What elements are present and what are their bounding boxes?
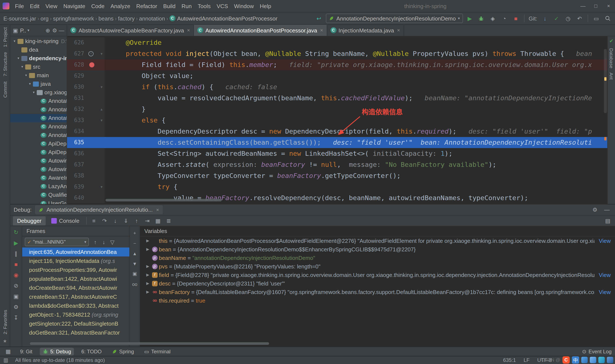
run-to-cursor-icon[interactable]: ⇥ (143, 216, 152, 225)
frame-item[interactable]: inject:116, InjectionMetadata (org.s (22, 257, 129, 265)
code-line[interactable]: 638 TypeConverter typeConverter = beanFa… (67, 170, 607, 181)
gutter[interactable] (88, 70, 105, 81)
layout-settings-icon[interactable]: ▤ (603, 216, 613, 225)
remove-watch-icon[interactable]: − (131, 240, 139, 246)
close-icon[interactable]: × (156, 207, 159, 213)
toolwindow-button-terminal[interactable]: ▭Terminal (141, 348, 174, 355)
rerun-icon[interactable]: ↻ (11, 229, 21, 236)
move-watch-up-icon[interactable]: ▲ (131, 250, 139, 257)
event-log-button[interactable]: ⊙ Event Log (582, 348, 612, 354)
debug-session-tab[interactable]: AnnotationDependencyInjectionResolutio..… (35, 205, 162, 214)
breadcrumb-class[interactable]: CAutowiredAnnotationBeanPostProcessor (169, 15, 278, 22)
menu-file[interactable]: File (12, 0, 27, 12)
menu-tools[interactable]: Tools (195, 0, 214, 12)
variable-row[interactable]: ▶pbean = {AnnotationDependencyInjectionR… (140, 245, 615, 253)
menu-navigate[interactable]: Navigate (60, 0, 88, 12)
line-number[interactable]: 640 (67, 193, 88, 204)
close-tab-icon[interactable]: × (320, 27, 323, 33)
tree-item[interactable]: dea (10, 46, 67, 54)
search-everywhere-button[interactable] (603, 14, 613, 23)
gutter[interactable] (88, 137, 105, 148)
stop-button[interactable]: ■ (511, 14, 521, 23)
caret-position[interactable]: 635:1 (503, 357, 516, 363)
gutter[interactable]: ▾ (88, 181, 105, 193)
commit-button[interactable]: ✓ (552, 14, 561, 23)
frame-item[interactable]: postProcessProperties:399, Autowir (22, 265, 129, 274)
expand-arrow-icon[interactable]: ▶ (144, 273, 151, 277)
menu-analyze[interactable]: Analyze (107, 0, 133, 12)
frame-item[interactable]: doGetBean:321, AbstractBeanFactor (22, 328, 129, 337)
line-number[interactable]: 635 (67, 137, 88, 148)
expand-arrow-icon[interactable]: ▶ (144, 290, 151, 294)
code-line[interactable]: 639▾ try { (67, 181, 607, 193)
view-link[interactable]: View (599, 289, 613, 295)
thread-dump-icon[interactable]: ▣ (11, 293, 21, 300)
line-number[interactable]: 630 (67, 81, 88, 93)
view-link[interactable]: View (599, 237, 613, 244)
show-watches-icon[interactable]: oo (131, 281, 139, 287)
line-number[interactable]: 631 (67, 93, 88, 104)
toolwindow-stripe-ant[interactable]: Ant (609, 73, 614, 79)
gutter[interactable]: ↑▾ (88, 48, 105, 59)
favorites-star-icon[interactable]: ★ (3, 338, 7, 344)
profiler-button[interactable]: ◔ (500, 14, 509, 23)
maximize-button[interactable]: □ (589, 3, 602, 9)
frame-item[interactable]: getObject:-1, 758348212 (org.spring (22, 310, 129, 319)
code-line[interactable]: 637 Assert.state( expression: beanFactor… (67, 159, 607, 170)
code-line[interactable]: 630▾ if (this.cached) { cached: false (67, 81, 607, 93)
breadcrumb-item[interactable]: beans (98, 15, 114, 22)
view-breakpoints-icon[interactable]: ◉ (11, 271, 21, 279)
breakpoint-icon[interactable] (89, 62, 94, 67)
variable-row[interactable]: pbeanName = "annotationDependencyInjecti… (140, 253, 615, 262)
coverage-button[interactable]: ◈ (488, 14, 497, 23)
tree-item[interactable]: CAnnotati... (10, 131, 67, 140)
view-breakpoints-grid-icon[interactable]: ▦ (153, 216, 163, 225)
fold-icon[interactable]: ▾ (101, 181, 103, 193)
gutter[interactable] (88, 159, 105, 170)
variable-row[interactable]: ▶oobeanFactory = {DefaultListableBeanFac… (140, 288, 615, 296)
toolwindow-button-5-debug[interactable]: 5: Debug (40, 348, 74, 355)
menu-view[interactable]: View (42, 0, 60, 12)
tree-item[interactable]: CApiDepe... (10, 148, 67, 156)
expand-arrow-icon[interactable]: ▶ (144, 239, 151, 243)
hide-panel-icon[interactable]: ― (58, 26, 65, 35)
gutter[interactable] (88, 170, 105, 181)
rollback-button[interactable]: ↶ (575, 14, 584, 23)
gutter[interactable]: ▾ (88, 115, 105, 126)
gutter[interactable] (88, 193, 105, 204)
tree-item[interactable]: CAutowiri... (10, 165, 67, 174)
tree-item[interactable]: CAnnotati... (10, 105, 67, 114)
code-line[interactable]: 626 @Override (67, 37, 607, 48)
duplicate-watch-icon[interactable]: ▣ (131, 271, 139, 277)
thread-selector[interactable]: ✓ "mai...NNING" ▾ (25, 238, 89, 246)
tree-item[interactable]: ▾king-in-springD:\wor (10, 37, 67, 46)
breadcrumb-item[interactable]: springframework (52, 15, 95, 22)
line-number[interactable]: 629 (67, 70, 88, 81)
editor-tab[interactable]: CAutowiredAnnotationBeanPostProcessor.ja… (194, 25, 327, 36)
menu-code[interactable]: Code (88, 0, 107, 12)
menu-build[interactable]: Build (160, 0, 178, 12)
debug-settings-icon[interactable]: ⚙ (11, 303, 21, 311)
update-project-button[interactable]: ↓ (540, 14, 550, 23)
toolwindow-button-6-todo[interactable]: 6: TODO (78, 348, 105, 355)
gutter[interactable] (88, 126, 105, 137)
breadcrumb-item[interactable]: annotation (138, 15, 166, 22)
minimize-button[interactable]: — (576, 3, 589, 9)
expand-arrow-icon[interactable]: ▶ (144, 281, 151, 286)
editor-horizontal-scrollbar[interactable] (106, 199, 222, 201)
variable-row[interactable]: ▶this = {AutowiredAnnotationBeanPostProc… (140, 236, 615, 245)
close-tab-icon[interactable]: × (397, 27, 400, 33)
editor-tab[interactable]: CInjectionMetadata.java× (327, 25, 404, 36)
settings-icon[interactable]: ⚙ (51, 26, 58, 35)
stop-icon[interactable]: ■ (11, 261, 21, 268)
tree-item[interactable]: CApiDepe... (10, 140, 67, 148)
line-separator[interactable]: LF (524, 357, 530, 363)
quick-access-icon[interactable]: ▦ (3, 347, 13, 356)
line-number[interactable]: 628 (67, 59, 88, 70)
code-line[interactable]: 631 value = resolvedCachedArgument(beanN… (67, 93, 607, 104)
pause-icon[interactable]: ∥ (11, 250, 21, 257)
menu-help[interactable]: Help (257, 0, 274, 12)
gutter[interactable] (88, 93, 105, 104)
fold-icon[interactable]: ▾ (101, 48, 103, 59)
frame-item[interactable]: createBean:517, AbstractAutowireC (22, 292, 129, 301)
